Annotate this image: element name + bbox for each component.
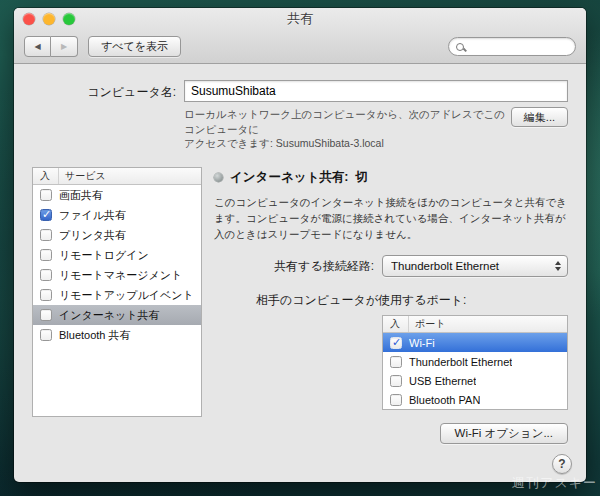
services-table: 入 サービス 画面共有 ファイル共有 プリンタ共有 [32, 167, 202, 417]
column-on: 入 [383, 316, 409, 332]
traffic-lights [23, 13, 75, 25]
close-button[interactable] [23, 13, 35, 25]
service-row-screen-sharing[interactable]: 画面共有 [33, 185, 201, 205]
service-row-printer-sharing[interactable]: プリンタ共有 [33, 225, 201, 245]
search-input[interactable] [468, 41, 568, 53]
status-title: インターネット共有: [230, 169, 348, 186]
computer-name-help: ローカルネットワーク上のコンピュータから、次のアドレスでこのコンピュータに アク… [184, 107, 511, 151]
pane-content: コンピュータ名: ローカルネットワーク上のコンピュータから、次のアドレスでこのコ… [14, 64, 586, 482]
service-checkbox[interactable] [40, 229, 52, 241]
toolbar: ◀ ▶ すべてを表示 [14, 30, 586, 63]
ports-table-header: 入 ポート [383, 316, 567, 333]
ports-table: 入 ポート Wi-Fi Thunderbolt Ethernet [382, 315, 568, 410]
status-dot [214, 173, 223, 182]
computer-name-input[interactable] [184, 80, 568, 102]
popup-arrows-icon [549, 261, 567, 271]
edit-button[interactable]: 編集... [511, 107, 568, 127]
port-row-bluetooth-pan[interactable]: Bluetooth PAN [383, 390, 567, 409]
service-row-remote-management[interactable]: リモートマネージメント [33, 265, 201, 285]
column-port: ポート [409, 317, 445, 331]
service-checkbox[interactable] [40, 249, 52, 261]
watermark: 週刊アスキー [512, 474, 597, 492]
port-checkbox[interactable] [390, 394, 402, 406]
column-on: 入 [33, 168, 59, 184]
forward-button[interactable]: ▶ [51, 36, 78, 57]
service-row-remote-apple-events[interactable]: リモートアップルイベント [33, 285, 201, 305]
service-description: このコンピュータのインターネット接続をほかのコンピュータと共有できます。コンピュ… [214, 195, 568, 242]
status-value: 切 [355, 169, 368, 186]
back-button[interactable]: ◀ [24, 36, 51, 57]
port-checkbox[interactable] [390, 337, 402, 349]
port-checkbox[interactable] [390, 356, 402, 368]
sharing-preferences-window: 共有 ◀ ▶ すべてを表示 コンピュータ名: [14, 8, 586, 482]
service-checkbox[interactable] [40, 209, 52, 221]
internet-sharing-detail: インターネット共有: 切 このコンピュータのインターネット接続をほかのコンピュー… [214, 167, 568, 417]
window-title: 共有 [14, 10, 586, 28]
service-checkbox[interactable] [40, 269, 52, 281]
minimize-button[interactable] [43, 13, 55, 25]
port-row-wifi[interactable]: Wi-Fi [383, 333, 567, 352]
column-service: サービス [59, 169, 106, 183]
service-checkbox[interactable] [40, 189, 52, 201]
computer-name-section: コンピュータ名: ローカルネットワーク上のコンピュータから、次のアドレスでこのコ… [32, 80, 568, 151]
port-row-usb-ethernet[interactable]: USB Ethernet [383, 371, 567, 390]
search-icon [456, 43, 464, 51]
service-row-remote-login[interactable]: リモートログイン [33, 245, 201, 265]
service-checkbox[interactable] [40, 289, 52, 301]
window-chrome: 共有 ◀ ▶ すべてを表示 [14, 8, 586, 64]
zoom-button[interactable] [63, 13, 75, 25]
ports-label: 相手のコンピュータが使用するポート: [256, 292, 568, 309]
service-row-file-sharing[interactable]: ファイル共有 [33, 205, 201, 225]
port-row-thunderbolt-ethernet[interactable]: Thunderbolt Ethernet [383, 352, 567, 371]
search-field[interactable] [448, 37, 576, 56]
port-checkbox[interactable] [390, 375, 402, 387]
service-checkbox[interactable] [40, 329, 52, 341]
show-all-button[interactable]: すべてを表示 [88, 36, 181, 57]
service-row-bluetooth-sharing[interactable]: Bluetooth 共有 [33, 325, 201, 345]
wifi-options-button[interactable]: Wi-Fi オプション... [440, 423, 568, 444]
share-connection-popup[interactable]: Thunderbolt Ethernet [382, 255, 568, 277]
help-button[interactable]: ? [552, 454, 572, 474]
share-connection-label: 共有する接続経路: [274, 258, 374, 275]
nav-buttons: ◀ ▶ [24, 36, 78, 57]
share-connection-value: Thunderbolt Ethernet [391, 260, 549, 272]
service-checkbox[interactable] [40, 309, 52, 321]
service-row-internet-sharing[interactable]: インターネット共有 [33, 305, 201, 325]
computer-name-label: コンピュータ名: [32, 80, 184, 151]
desktop: 週刊アスキー 共有 ◀ ▶ すべてを表示 [0, 0, 600, 496]
services-table-header: 入 サービス [33, 168, 201, 185]
titlebar[interactable]: 共有 [14, 8, 586, 30]
